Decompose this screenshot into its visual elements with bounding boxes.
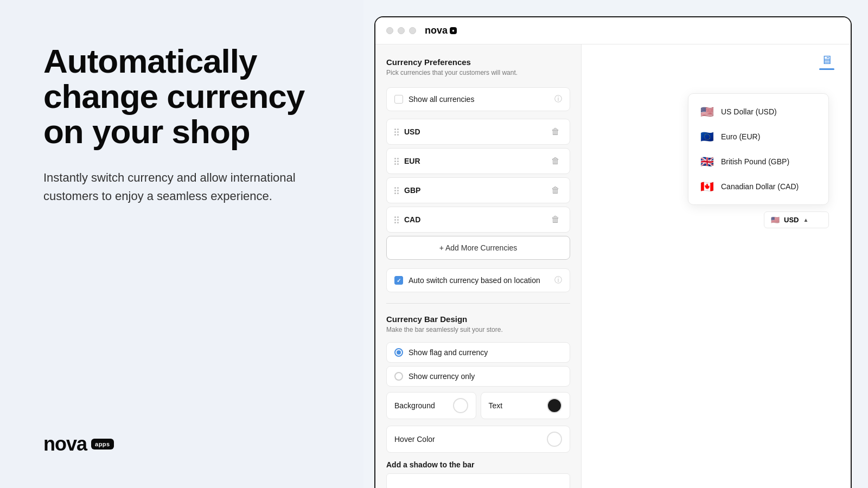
auto-switch-label: Auto switch currency based on location	[409, 276, 540, 285]
browser-dot-1	[386, 27, 393, 34]
flag-usd: 🇺🇸	[699, 105, 714, 118]
currency-preferences-desc: Pick currencies that your customers will…	[386, 69, 570, 76]
design-section-desc: Make the bar seamlessly suit your store.	[386, 326, 570, 333]
delete-eur-button[interactable]: 🗑	[549, 155, 562, 167]
auto-switch-checkbox[interactable]	[394, 276, 403, 285]
monitor-icon: 🖥	[821, 53, 833, 67]
auto-switch-left: Auto switch currency based on location	[394, 276, 540, 285]
currency-code-eur: EUR	[404, 157, 420, 165]
preview-panel: 🖥 🇺🇸 US Dollar (USD) 🇪🇺 Euro (EUR)	[582, 44, 851, 488]
currency-code-gbp: GBP	[404, 186, 420, 195]
currency-item-eur: EUR 🗑	[386, 148, 570, 174]
flag-eur: 🇪🇺	[699, 130, 714, 143]
main-headline: Automatically change currency on your sh…	[43, 43, 331, 149]
drag-handle-eur[interactable]	[394, 158, 399, 165]
dropdown-usd-label: US Dollar (USD)	[721, 107, 777, 116]
dropdown-item-cad[interactable]: 🇨🇦 Canadian Dollar (CAD)	[688, 174, 828, 199]
selector-label: USD	[784, 216, 799, 224]
nova-badge: apps	[91, 439, 114, 450]
browser-dot-3	[409, 27, 416, 34]
radio-flag-selected[interactable]	[394, 348, 403, 357]
section-divider	[386, 303, 570, 304]
dropdown-item-gbp[interactable]: 🇬🇧 British Pound (GBP)	[688, 149, 828, 174]
shadow-input[interactable]	[386, 473, 570, 488]
show-all-checkbox[interactable]	[394, 95, 403, 104]
shadow-label: Add a shadow to the bar	[386, 460, 570, 469]
chevron-up-icon: ▲	[803, 217, 808, 223]
delete-gbp-button[interactable]: 🗑	[549, 184, 562, 196]
hover-color-row: Hover Color	[386, 426, 570, 453]
selector-flag: 🇺🇸	[771, 216, 780, 224]
browser-topbar: nova ●	[375, 17, 851, 44]
background-label: Background	[394, 401, 435, 410]
left-content: Automatically change currency on your sh…	[43, 43, 331, 206]
radio-flag-label: Show flag and currency	[409, 348, 488, 357]
currency-item-gbp: GBP 🗑	[386, 177, 570, 203]
browser-dot-2	[398, 27, 405, 34]
drag-handle-cad[interactable]	[394, 216, 399, 223]
nova-wordmark: nova	[43, 433, 87, 455]
hover-color-label: Hover Color	[394, 435, 435, 444]
delete-cad-button[interactable]: 🗑	[549, 214, 562, 226]
monitor-icon-area: 🖥	[819, 53, 834, 70]
dropdown-eur-label: Euro (EUR)	[721, 132, 760, 141]
design-section-title: Currency Bar Design	[386, 314, 570, 324]
show-all-left: Show all currencies	[394, 95, 474, 104]
browser-chrome: nova ● Currency Preferences Pick currenc…	[374, 16, 852, 488]
currency-item-eur-left: EUR	[394, 157, 420, 165]
settings-panel: Currency Preferences Pick currencies tha…	[375, 44, 582, 488]
dropdown-item-eur[interactable]: 🇪🇺 Euro (EUR)	[688, 124, 828, 149]
text-label: Text	[489, 401, 503, 410]
drag-handle-gbp[interactable]	[394, 187, 399, 194]
currency-code-usd: USD	[404, 127, 420, 136]
currency-item-usd-left: USD	[394, 127, 420, 136]
dropdown-gbp-label: British Pound (GBP)	[721, 157, 789, 166]
monitor-underline	[819, 68, 834, 70]
radio-currency-unselected[interactable]	[394, 372, 403, 381]
currency-item-gbp-left: GBP	[394, 186, 420, 195]
radio-currency-label: Show currency only	[409, 372, 475, 381]
currency-dropdown-preview: 🇺🇸 US Dollar (USD) 🇪🇺 Euro (EUR) 🇬🇧 Brit…	[688, 93, 829, 205]
currency-preferences-title: Currency Preferences	[386, 57, 570, 67]
background-color-row: Background	[386, 392, 476, 419]
drag-handle-usd[interactable]	[394, 129, 399, 136]
currency-selector-bar[interactable]: 🇺🇸 USD ▲	[764, 211, 829, 228]
browser-nova-logo: nova ●	[425, 25, 457, 36]
auto-switch-info-icon[interactable]: ⓘ	[554, 275, 562, 285]
currency-item-cad-left: CAD	[394, 215, 420, 224]
auto-switch-row: Auto switch currency based on location ⓘ	[386, 268, 570, 292]
show-all-label: Show all currencies	[409, 95, 474, 104]
left-panel: Automatically change currency on your sh…	[0, 0, 363, 488]
browser-nova-badge: ●	[450, 27, 457, 34]
flag-cad: 🇨🇦	[699, 180, 714, 193]
right-panel: nova ● Currency Preferences Pick currenc…	[363, 0, 868, 488]
flag-gbp: 🇬🇧	[699, 155, 714, 168]
browser-nova-wordmark: nova	[425, 25, 448, 36]
sub-text: Instantly switch currency and allow inte…	[43, 169, 304, 206]
browser-body: Currency Preferences Pick currencies tha…	[375, 44, 851, 488]
currency-item-usd: USD 🗑	[386, 119, 570, 145]
dropdown-item-usd[interactable]: 🇺🇸 US Dollar (USD)	[688, 99, 828, 124]
background-color-swatch[interactable]	[453, 398, 468, 413]
dropdown-cad-label: Canadian Dollar (CAD)	[721, 182, 799, 191]
hover-color-swatch[interactable]	[547, 432, 562, 447]
show-all-row: Show all currencies ⓘ	[386, 87, 570, 111]
nova-logo: nova apps	[43, 433, 331, 455]
currency-code-cad: CAD	[404, 215, 420, 224]
delete-usd-button[interactable]: 🗑	[549, 126, 562, 138]
text-color-row: Text	[481, 392, 571, 419]
add-currencies-button[interactable]: + Add More Currencies	[386, 236, 570, 260]
currency-item-cad: CAD 🗑	[386, 207, 570, 233]
radio-currency-row[interactable]: Show currency only	[386, 366, 570, 387]
text-color-swatch[interactable]	[547, 398, 562, 413]
show-all-info-icon[interactable]: ⓘ	[554, 94, 562, 104]
radio-flag-row[interactable]: Show flag and currency	[386, 342, 570, 363]
